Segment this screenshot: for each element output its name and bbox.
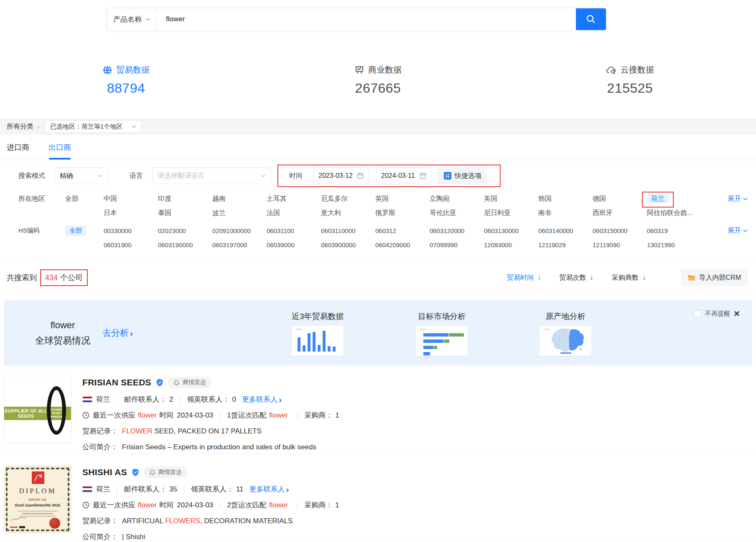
date-to-input[interactable]: 2024-03-11 bbox=[376, 167, 431, 184]
hs-code-item[interactable]: 0603110000 bbox=[321, 227, 355, 234]
stat-trade-data[interactable]: 贸易数据 88794 bbox=[0, 64, 252, 118]
search-icon bbox=[585, 14, 596, 25]
hs-code-item[interactable]: 12119090 bbox=[593, 241, 620, 248]
hs-expand-link[interactable]: 展开 bbox=[728, 226, 748, 235]
region-item[interactable]: 法国 bbox=[267, 209, 280, 218]
mini-bar bbox=[328, 346, 331, 352]
dont-remind-checkbox[interactable] bbox=[694, 310, 701, 317]
breadcrumb-all-categories[interactable]: 所有分类 bbox=[7, 122, 33, 131]
region-item[interactable]: 西班牙 bbox=[593, 209, 613, 218]
selected-region-dropdown[interactable]: 已选地区：荷兰等1个地区 bbox=[45, 120, 142, 133]
region-item[interactable]: 土耳其 bbox=[267, 195, 287, 203]
tab-exporter[interactable]: 出口商 bbox=[48, 135, 71, 160]
mini-hbar-chart-thumbnail[interactable] bbox=[416, 326, 468, 356]
date-from-input[interactable]: 2023-03-12 bbox=[313, 167, 369, 184]
hs-all[interactable]: 全部 bbox=[65, 225, 86, 236]
hs-code-item[interactable]: 0603150000 bbox=[593, 227, 627, 234]
hs-code-item[interactable]: 0603140000 bbox=[538, 227, 573, 234]
region-item[interactable]: 日本 bbox=[104, 209, 117, 218]
region-item[interactable]: 阿拉伯联合酋... bbox=[647, 209, 692, 218]
company-logo-frisian-seeds[interactable]: SUPPLIER OF ALL SEEDS FLOWER BLEND EXPER… bbox=[4, 376, 71, 443]
quick-options-label: 快捷选项 bbox=[455, 172, 481, 180]
language-select[interactable]: 请选择翻译语言 bbox=[152, 167, 271, 184]
hs-code-item[interactable]: 0603190000 bbox=[158, 241, 193, 248]
hs-code-item[interactable]: 12119029 bbox=[538, 241, 566, 248]
search-mode-select[interactable]: 精确 bbox=[54, 167, 108, 184]
company-certificate-shishi[interactable]: DIPLOM SHISHI AS Eesti Gasellettevõte 20… bbox=[4, 466, 71, 533]
more-contacts-link[interactable]: 更多联系人› bbox=[242, 395, 282, 404]
hs-code-item[interactable]: 0603120000 bbox=[430, 227, 464, 234]
region-item[interactable]: 美国 bbox=[484, 195, 497, 203]
tab-importer[interactable]: 进口商 bbox=[7, 135, 29, 160]
sort-buyer-count[interactable]: 采购商数↓ bbox=[612, 274, 646, 282]
business-radar-badge[interactable]: 商情雷达 bbox=[168, 377, 211, 388]
hs-code-item[interactable]: 06031100 bbox=[267, 227, 294, 234]
region-item[interactable]: 立陶宛 bbox=[430, 195, 450, 203]
import-crm-button[interactable]: 导入内部CRM bbox=[681, 269, 748, 286]
region-item[interactable]: 荷兰 bbox=[647, 194, 669, 203]
company-name[interactable]: SHISHI AS bbox=[82, 467, 127, 477]
region-item-selected[interactable]: 荷兰 bbox=[647, 195, 669, 203]
region-item[interactable]: 英国 bbox=[375, 195, 389, 203]
company-trade-record-row: 贸易记录： ARTIFICUAL FLOWERS , DECORATION MA… bbox=[82, 516, 339, 526]
region-item[interactable]: 意大利 bbox=[321, 209, 341, 218]
hs-code-item[interactable]: 07099990 bbox=[430, 241, 458, 248]
annotation-box-company-count: 434 个公司 bbox=[40, 269, 88, 286]
region-item[interactable]: 越南 bbox=[212, 195, 226, 203]
mini-bar bbox=[303, 345, 305, 352]
go-analyze-link[interactable]: 去分析› bbox=[102, 327, 133, 339]
hs-code-item[interactable]: 060312 bbox=[375, 227, 396, 234]
verified-shield-icon[interactable] bbox=[132, 469, 139, 476]
stat-cloud-search-data[interactable]: 云搜数据 215525 bbox=[504, 64, 756, 118]
hs-code-item[interactable]: 02091000000 bbox=[212, 227, 251, 234]
search-button[interactable] bbox=[576, 8, 606, 30]
verified-shield-icon[interactable] bbox=[156, 379, 163, 387]
hs-code-item[interactable]: 06031900 bbox=[104, 241, 132, 248]
company-name[interactable]: FRISIAN SEEDS bbox=[82, 377, 151, 388]
hs-code-item[interactable]: 12093000 bbox=[484, 241, 512, 248]
trade-record-post: SEED, PACKED ON 17 PALLETS bbox=[153, 427, 262, 436]
arrow-down-icon: ↓ bbox=[590, 274, 594, 282]
hs-code-item[interactable]: 00330000 bbox=[104, 227, 132, 234]
region-item[interactable]: 厄瓜多尔 bbox=[321, 195, 348, 203]
mini-hbar-row bbox=[423, 352, 430, 355]
chevron-right-icon: › bbox=[38, 123, 40, 130]
close-icon[interactable]: × bbox=[734, 309, 740, 319]
hs-code-item[interactable]: 0603900000 bbox=[321, 241, 356, 248]
hs-code-item[interactable]: 0604209000 bbox=[375, 241, 410, 248]
region-expand-link[interactable]: 展开 bbox=[728, 195, 748, 203]
more-contacts-link[interactable]: 更多联系人› bbox=[249, 484, 289, 494]
sort-trade-count[interactable]: 贸易次数↓ bbox=[560, 274, 594, 282]
hs-code-item[interactable]: 13021990 bbox=[647, 241, 675, 248]
certificate-company: SHISHI AS bbox=[4, 498, 71, 501]
quick-options-button[interactable]: 快捷选项 bbox=[438, 167, 487, 184]
region-item[interactable]: 南非 bbox=[538, 209, 552, 218]
region-item[interactable]: 印度 bbox=[158, 195, 171, 203]
stat-business-data[interactable]: 商业数据 267665 bbox=[252, 64, 504, 118]
region-item[interactable]: 德国 bbox=[593, 195, 606, 203]
sort-trade-time[interactable]: 贸易时间↓ bbox=[507, 274, 541, 282]
hs-code-item[interactable]: 0603197000 bbox=[212, 241, 247, 248]
globe-icon bbox=[102, 65, 112, 75]
mini-map-thumbnail[interactable] bbox=[540, 326, 591, 356]
region-filter: 所在地区 全部 中国印度越南土耳其厄瓜多尔英国立陶宛美国韩国德国荷兰 日本泰国波… bbox=[0, 192, 756, 220]
shipments-match-label: 1货运次匹配 bbox=[227, 410, 266, 420]
region-item[interactable]: 波兰 bbox=[212, 209, 226, 218]
hs-code-item[interactable]: 0603130000 bbox=[484, 227, 519, 234]
region-all[interactable]: 全部 bbox=[65, 195, 79, 203]
search-input[interactable] bbox=[157, 8, 576, 30]
region-item[interactable]: 中国 bbox=[104, 195, 117, 203]
mini-hbar-chart bbox=[423, 333, 464, 355]
hs-code-item[interactable]: 060319 bbox=[647, 227, 668, 234]
business-radar-badge[interactable]: 商情雷达 bbox=[144, 466, 187, 478]
mini-bar-chart-thumbnail[interactable] bbox=[292, 326, 344, 356]
hs-code-item[interactable]: 06039000 bbox=[267, 241, 295, 248]
region-item[interactable]: 哥伦比亚 bbox=[430, 209, 456, 218]
region-item[interactable]: 俄罗斯 bbox=[375, 209, 395, 218]
search-category-select[interactable]: 产品名称 bbox=[107, 8, 157, 30]
region-item[interactable]: 韩国 bbox=[538, 195, 552, 203]
hs-code-item[interactable]: 02023000 bbox=[158, 227, 186, 234]
search-category-label: 产品名称 bbox=[113, 15, 142, 24]
region-item[interactable]: 泰国 bbox=[158, 209, 171, 218]
region-item[interactable]: 尼日利亚 bbox=[484, 209, 511, 218]
